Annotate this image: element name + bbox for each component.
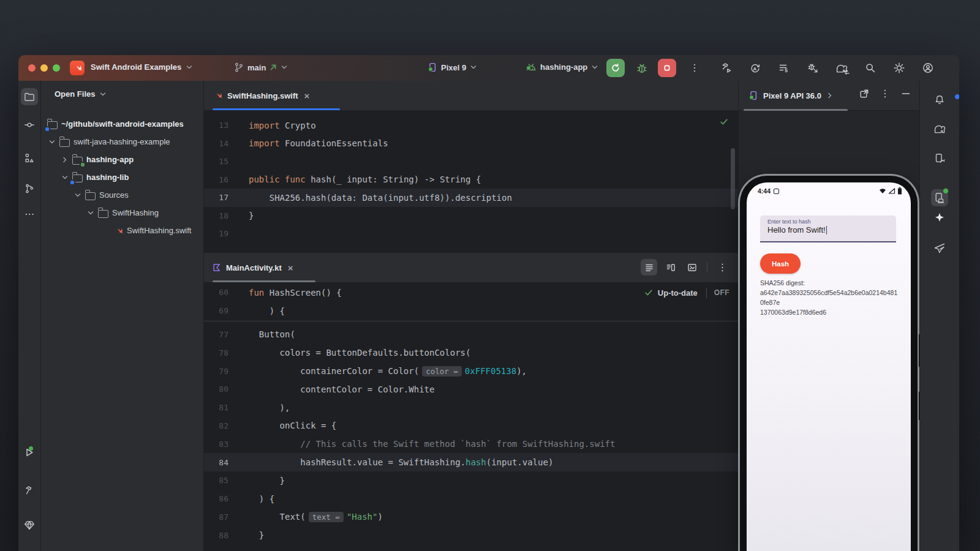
- code-text: import Crypto: [249, 121, 316, 130]
- debug-button[interactable]: [636, 62, 648, 74]
- code-line: 14import FoundationEssentials: [204, 135, 738, 153]
- line-number: 77: [204, 330, 228, 339]
- stop-button[interactable]: [658, 59, 676, 77]
- emulator-header: Pixel 9 API 36.0 ⋮: [739, 81, 919, 111]
- minimize-window-button[interactable]: [40, 64, 48, 72]
- line-number: 88: [204, 531, 228, 540]
- close-window-button[interactable]: [28, 64, 36, 72]
- digest-line: a642e7aa389325056cdf5e54a2b6e0a0214b4810…: [760, 288, 901, 307]
- chevron-down-icon[interactable]: [87, 209, 94, 217]
- apply-code-changes-icon[interactable]: [778, 62, 790, 74]
- phone-screen[interactable]: 4:44 Enter text to hash Hello from Swift…: [747, 182, 911, 551]
- code-line-current: 17 SHA256.hash(data: Data(input.utf8)).d…: [204, 189, 738, 207]
- build-icon[interactable]: [720, 62, 733, 74]
- kotlin-editor[interactable]: 60fun HashScreen() { 69 ) { Up-to-date O…: [204, 282, 738, 551]
- more-tool-windows-icon[interactable]: ⋯: [24, 209, 34, 219]
- gradle-elephant-icon[interactable]: [933, 124, 946, 134]
- line-number: 84: [204, 458, 228, 467]
- design-view-icon[interactable]: [684, 259, 700, 276]
- tree-item[interactable]: swift-java-hashing-example: [41, 133, 203, 151]
- line-number: 15: [204, 157, 228, 166]
- live-edit-toggle[interactable]: OFF: [714, 288, 729, 297]
- device-manager-icon[interactable]: [934, 153, 945, 164]
- code-line: 82 onClick = {: [204, 417, 738, 435]
- open-in-window-icon[interactable]: [859, 89, 869, 99]
- tree-item-label: Sources: [99, 190, 129, 200]
- more-options-icon[interactable]: ⋮: [714, 259, 731, 276]
- device-selector[interactable]: Pixel 9: [428, 62, 477, 72]
- profile-icon[interactable]: [922, 62, 934, 74]
- vcs-graph-tool-icon[interactable]: [24, 184, 34, 193]
- commit-tool-icon[interactable]: [24, 120, 34, 130]
- rerun-button[interactable]: [606, 59, 625, 77]
- status-time: 4:44: [758, 187, 771, 195]
- hide-panel-icon[interactable]: [901, 89, 911, 99]
- tree-item[interactable]: SwiftHashing: [41, 204, 203, 222]
- tree-item[interactable]: hashing-lib: [41, 168, 203, 186]
- close-tab-icon[interactable]: ×: [304, 91, 310, 101]
- attach-debugger-icon[interactable]: [807, 62, 819, 74]
- chevron-right-icon[interactable]: [61, 156, 69, 163]
- split-view-icon[interactable]: [662, 259, 679, 276]
- chevron-down-icon[interactable]: [61, 174, 69, 181]
- project-selector[interactable]: Swift Android Examples: [91, 62, 193, 72]
- tab-swifthashing[interactable]: SwiftHashing.swift ×: [213, 81, 309, 110]
- editor-scrollbar[interactable]: [731, 148, 735, 209]
- line-number: 87: [204, 512, 228, 522]
- hash-button[interactable]: Hash: [760, 253, 801, 274]
- settings-icon[interactable]: [893, 62, 905, 74]
- code-line: 80 contentColor = Color.White: [204, 380, 738, 399]
- more-actions-button[interactable]: ⋮: [690, 63, 699, 73]
- chevron-down-icon[interactable]: [48, 138, 56, 146]
- notifications-bell-icon[interactable]: [920, 95, 959, 105]
- project-panel: Open Files ~/github/swift-android-exampl…: [41, 81, 204, 551]
- chevron-down-icon[interactable]: [74, 192, 81, 199]
- signal-icon: [888, 188, 895, 194]
- running-devices-icon[interactable]: [931, 189, 948, 206]
- hash-input-field[interactable]: Enter text to hash Hello from Swift!: [760, 216, 896, 242]
- swift-editor[interactable]: 13import Crypto 14import FoundationEssen…: [204, 110, 738, 252]
- code-view-icon[interactable]: [641, 259, 657, 276]
- plane-icon[interactable]: [934, 243, 945, 254]
- folder-icon: [85, 192, 96, 200]
- line-number: 83: [204, 440, 228, 449]
- emulator-header-actions: ⋮: [859, 89, 911, 99]
- structure-tool-icon[interactable]: [24, 153, 35, 163]
- tree-item[interactable]: hashing-app: [41, 151, 203, 168]
- divider: [707, 262, 707, 272]
- apply-changes-icon[interactable]: [749, 62, 761, 74]
- main-area: ⋯ Open Files ~/github/swift-android-exam…: [18, 81, 959, 551]
- close-tab-icon[interactable]: ×: [288, 263, 293, 273]
- project-tool-icon[interactable]: [21, 88, 38, 105]
- emulator-phone[interactable]: 4:44 Enter text to hash Hello from Swift…: [740, 176, 918, 551]
- code-text: contentColor = Color.White: [249, 384, 434, 394]
- project-view-selector[interactable]: Open Files: [55, 89, 107, 99]
- tab-mainactivity[interactable]: MainActivity.kt ×: [213, 253, 293, 282]
- inspection-ok-icon[interactable]: [720, 118, 728, 126]
- gem-tool-icon[interactable]: [24, 520, 35, 530]
- more-options-icon[interactable]: ⋮: [880, 89, 890, 99]
- code-text: }: [249, 211, 254, 220]
- folder-icon: [72, 174, 83, 182]
- tree-item-root[interactable]: ~/github/swift-android-examples: [41, 115, 203, 133]
- gemini-sparkle-icon[interactable]: [935, 212, 944, 222]
- ide-window: Swift Android Examples main Pixel 9 hash…: [18, 55, 959, 551]
- gradle-sync-icon[interactable]: [835, 62, 848, 74]
- code-text: ) {: [249, 306, 285, 316]
- tree-item-swift-file[interactable]: SwiftHashing.swift: [41, 222, 203, 239]
- line-number: 82: [204, 421, 228, 430]
- build-tool-icon[interactable]: [24, 485, 34, 495]
- line-number: 85: [204, 476, 228, 485]
- code-text: fun HashScreen() {: [249, 288, 342, 298]
- branch-selector[interactable]: main: [234, 62, 288, 72]
- emulator-device-tab[interactable]: Pixel 9 API 36.0: [748, 81, 834, 110]
- run-config-selector[interactable]: hashing-app: [526, 62, 598, 72]
- tree-item-label: SwiftHashing: [112, 208, 159, 217]
- code-line: 86 ) {: [204, 490, 738, 508]
- zoom-window-button[interactable]: [53, 64, 60, 72]
- run-tool-icon[interactable]: [24, 448, 34, 457]
- search-icon[interactable]: [864, 62, 876, 74]
- android-icon: [526, 63, 537, 71]
- tree-item[interactable]: Sources: [41, 186, 203, 204]
- line-number: 16: [204, 175, 228, 184]
